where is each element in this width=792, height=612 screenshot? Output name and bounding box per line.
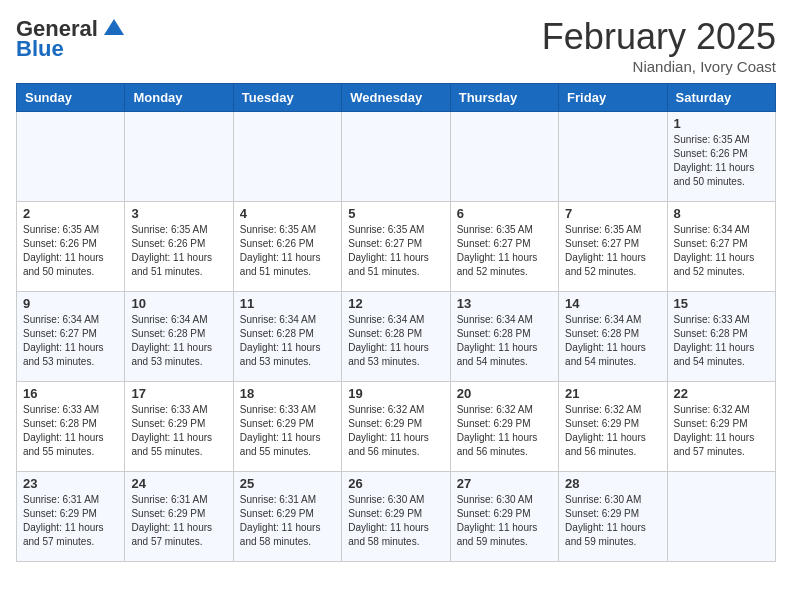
day-number: 25 [240,476,335,491]
day-number: 10 [131,296,226,311]
weekday-header-friday: Friday [559,84,667,112]
calendar-cell: 19Sunrise: 6:32 AM Sunset: 6:29 PM Dayli… [342,382,450,472]
day-info: Sunrise: 6:32 AM Sunset: 6:29 PM Dayligh… [348,403,443,459]
day-info: Sunrise: 6:31 AM Sunset: 6:29 PM Dayligh… [23,493,118,549]
day-number: 19 [348,386,443,401]
logo: General Blue [16,16,126,62]
calendar-cell: 21Sunrise: 6:32 AM Sunset: 6:29 PM Dayli… [559,382,667,472]
page-header: General Blue February 2025 Niandian, Ivo… [16,16,776,75]
calendar-cell: 3Sunrise: 6:35 AM Sunset: 6:26 PM Daylig… [125,202,233,292]
calendar-cell: 1Sunrise: 6:35 AM Sunset: 6:26 PM Daylig… [667,112,775,202]
weekday-header-thursday: Thursday [450,84,558,112]
calendar-week-row: 9Sunrise: 6:34 AM Sunset: 6:27 PM Daylig… [17,292,776,382]
day-info: Sunrise: 6:34 AM Sunset: 6:27 PM Dayligh… [23,313,118,369]
calendar-cell [450,112,558,202]
calendar-cell: 4Sunrise: 6:35 AM Sunset: 6:26 PM Daylig… [233,202,341,292]
day-number: 16 [23,386,118,401]
calendar-cell: 5Sunrise: 6:35 AM Sunset: 6:27 PM Daylig… [342,202,450,292]
weekday-header-wednesday: Wednesday [342,84,450,112]
day-info: Sunrise: 6:32 AM Sunset: 6:29 PM Dayligh… [457,403,552,459]
location-subtitle: Niandian, Ivory Coast [542,58,776,75]
day-number: 6 [457,206,552,221]
calendar-cell: 27Sunrise: 6:30 AM Sunset: 6:29 PM Dayli… [450,472,558,562]
weekday-header-tuesday: Tuesday [233,84,341,112]
day-info: Sunrise: 6:35 AM Sunset: 6:26 PM Dayligh… [131,223,226,279]
calendar-cell: 11Sunrise: 6:34 AM Sunset: 6:28 PM Dayli… [233,292,341,382]
calendar-week-row: 23Sunrise: 6:31 AM Sunset: 6:29 PM Dayli… [17,472,776,562]
day-info: Sunrise: 6:32 AM Sunset: 6:29 PM Dayligh… [674,403,769,459]
day-number: 7 [565,206,660,221]
logo-blue-text: Blue [16,36,64,62]
calendar-cell: 23Sunrise: 6:31 AM Sunset: 6:29 PM Dayli… [17,472,125,562]
day-info: Sunrise: 6:30 AM Sunset: 6:29 PM Dayligh… [457,493,552,549]
weekday-header-sunday: Sunday [17,84,125,112]
day-number: 22 [674,386,769,401]
day-number: 21 [565,386,660,401]
day-info: Sunrise: 6:33 AM Sunset: 6:29 PM Dayligh… [240,403,335,459]
weekday-header-saturday: Saturday [667,84,775,112]
calendar-cell: 18Sunrise: 6:33 AM Sunset: 6:29 PM Dayli… [233,382,341,472]
calendar-cell: 15Sunrise: 6:33 AM Sunset: 6:28 PM Dayli… [667,292,775,382]
day-number: 9 [23,296,118,311]
svg-marker-0 [104,19,124,35]
day-number: 24 [131,476,226,491]
day-info: Sunrise: 6:33 AM Sunset: 6:28 PM Dayligh… [674,313,769,369]
month-title: February 2025 [542,16,776,58]
calendar-cell [667,472,775,562]
calendar-cell: 20Sunrise: 6:32 AM Sunset: 6:29 PM Dayli… [450,382,558,472]
day-number: 5 [348,206,443,221]
day-info: Sunrise: 6:33 AM Sunset: 6:28 PM Dayligh… [23,403,118,459]
calendar-cell: 7Sunrise: 6:35 AM Sunset: 6:27 PM Daylig… [559,202,667,292]
day-info: Sunrise: 6:34 AM Sunset: 6:28 PM Dayligh… [565,313,660,369]
weekday-header-monday: Monday [125,84,233,112]
day-info: Sunrise: 6:34 AM Sunset: 6:28 PM Dayligh… [240,313,335,369]
calendar-cell [342,112,450,202]
calendar-cell [559,112,667,202]
day-number: 18 [240,386,335,401]
calendar-cell: 28Sunrise: 6:30 AM Sunset: 6:29 PM Dayli… [559,472,667,562]
day-number: 11 [240,296,335,311]
day-info: Sunrise: 6:34 AM Sunset: 6:28 PM Dayligh… [457,313,552,369]
day-info: Sunrise: 6:34 AM Sunset: 6:28 PM Dayligh… [348,313,443,369]
day-number: 28 [565,476,660,491]
calendar-cell [233,112,341,202]
day-info: Sunrise: 6:30 AM Sunset: 6:29 PM Dayligh… [565,493,660,549]
day-number: 8 [674,206,769,221]
day-number: 27 [457,476,552,491]
day-info: Sunrise: 6:35 AM Sunset: 6:26 PM Dayligh… [240,223,335,279]
title-area: February 2025 Niandian, Ivory Coast [542,16,776,75]
calendar-week-row: 1Sunrise: 6:35 AM Sunset: 6:26 PM Daylig… [17,112,776,202]
day-info: Sunrise: 6:35 AM Sunset: 6:27 PM Dayligh… [348,223,443,279]
calendar-cell [17,112,125,202]
day-number: 17 [131,386,226,401]
calendar-cell: 22Sunrise: 6:32 AM Sunset: 6:29 PM Dayli… [667,382,775,472]
calendar-cell: 25Sunrise: 6:31 AM Sunset: 6:29 PM Dayli… [233,472,341,562]
day-number: 26 [348,476,443,491]
day-number: 12 [348,296,443,311]
day-number: 13 [457,296,552,311]
day-number: 14 [565,296,660,311]
day-info: Sunrise: 6:35 AM Sunset: 6:26 PM Dayligh… [674,133,769,189]
day-number: 15 [674,296,769,311]
calendar-cell: 9Sunrise: 6:34 AM Sunset: 6:27 PM Daylig… [17,292,125,382]
calendar-week-row: 16Sunrise: 6:33 AM Sunset: 6:28 PM Dayli… [17,382,776,472]
day-info: Sunrise: 6:34 AM Sunset: 6:27 PM Dayligh… [674,223,769,279]
logo-icon [102,17,126,41]
day-info: Sunrise: 6:33 AM Sunset: 6:29 PM Dayligh… [131,403,226,459]
calendar-cell: 13Sunrise: 6:34 AM Sunset: 6:28 PM Dayli… [450,292,558,382]
day-number: 23 [23,476,118,491]
calendar-header-row: SundayMondayTuesdayWednesdayThursdayFrid… [17,84,776,112]
day-info: Sunrise: 6:35 AM Sunset: 6:27 PM Dayligh… [565,223,660,279]
calendar-cell [125,112,233,202]
calendar-cell: 8Sunrise: 6:34 AM Sunset: 6:27 PM Daylig… [667,202,775,292]
calendar-table: SundayMondayTuesdayWednesdayThursdayFrid… [16,83,776,562]
day-info: Sunrise: 6:34 AM Sunset: 6:28 PM Dayligh… [131,313,226,369]
day-info: Sunrise: 6:30 AM Sunset: 6:29 PM Dayligh… [348,493,443,549]
day-number: 20 [457,386,552,401]
day-number: 1 [674,116,769,131]
calendar-cell: 10Sunrise: 6:34 AM Sunset: 6:28 PM Dayli… [125,292,233,382]
calendar-cell: 2Sunrise: 6:35 AM Sunset: 6:26 PM Daylig… [17,202,125,292]
calendar-week-row: 2Sunrise: 6:35 AM Sunset: 6:26 PM Daylig… [17,202,776,292]
day-info: Sunrise: 6:35 AM Sunset: 6:26 PM Dayligh… [23,223,118,279]
calendar-cell: 14Sunrise: 6:34 AM Sunset: 6:28 PM Dayli… [559,292,667,382]
